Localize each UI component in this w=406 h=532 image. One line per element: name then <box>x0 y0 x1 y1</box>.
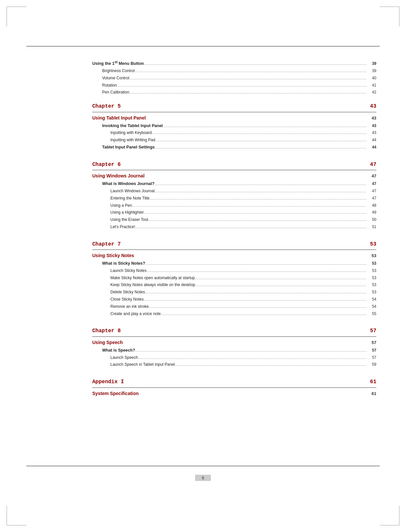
chapter-6-section: Chapter 6 47 Using Windows Journal 47 Wh… <box>92 154 376 230</box>
entry-dots <box>150 195 366 201</box>
entry-page: 53 <box>366 282 376 288</box>
section-title-num: 43 <box>372 115 376 122</box>
entry-dots <box>155 187 366 194</box>
chapter-5-num: 43 <box>370 102 376 111</box>
corner-mark-bottom-left <box>7 506 26 525</box>
chapter-6-section-title: Using Windows Journal 47 <box>92 171 376 180</box>
entry-dots <box>195 274 366 281</box>
appendix-i-header: Appendix I 61 <box>92 371 376 388</box>
entry-dots <box>144 296 366 303</box>
chapter-8-header: Chapter 8 57 <box>92 320 376 337</box>
entry-page: 39 <box>366 61 376 67</box>
entry-page: 55 <box>366 311 376 317</box>
chapter-8-section: Chapter 8 57 Using Speech 57 What is Spe… <box>92 320 376 368</box>
toc-entry: Pen Calibration 42 <box>92 89 376 96</box>
toc-entry: Using a Pen 48 <box>92 202 376 209</box>
corner-mark-top-left <box>7 7 26 26</box>
toc-entry: Remove an ink stroke 54 <box>92 303 376 310</box>
chapter-7-label: Chapter 7 <box>92 240 370 249</box>
entry-dots <box>135 67 366 74</box>
entry-text: Create and play a voice note <box>110 311 161 317</box>
appendix-i-label: Appendix I <box>92 378 370 386</box>
entry-text: What is Windows Journal? <box>102 180 155 187</box>
chapter-6-header: Chapter 6 47 <box>92 154 376 171</box>
toc-entry: Using the 1st Menu Button 39 <box>92 59 376 67</box>
toc-content: Using the 1st Menu Button 39 Brightness … <box>26 53 380 460</box>
chapter-7-section-title: Using Sticky Notes 53 <box>92 251 376 260</box>
top-entries: Using the 1st Menu Button 39 Brightness … <box>92 59 376 96</box>
entry-text: Using a Highlighter <box>110 209 144 216</box>
entry-dots <box>144 209 366 216</box>
toc-entry: What is Sticky Notes? 53 <box>92 260 376 267</box>
toc-entry: Volume Control 40 <box>92 74 376 82</box>
corner-mark-bottom-right <box>380 506 399 525</box>
page-number-container: 6 <box>0 475 406 481</box>
chapter-5-section: Chapter 5 43 Using Tablet Input Panel 43… <box>92 96 376 151</box>
section-title-num: 53 <box>372 253 376 259</box>
entry-dots <box>135 223 366 230</box>
entry-page: 39 <box>366 68 376 74</box>
header-rule <box>26 46 380 46</box>
toc-entry: Create and play a voice note 55 <box>92 310 376 317</box>
entry-page: 53 <box>366 289 376 296</box>
entry-text: Invoking the Tablet Input Panel <box>102 122 163 129</box>
toc-entry: Launch Speech 57 <box>92 354 376 361</box>
entry-dots <box>161 310 366 317</box>
entry-dots <box>144 60 366 67</box>
section-title-num: 57 <box>372 339 376 346</box>
section-title-num: 61 <box>372 390 376 397</box>
toc-entry: Launch Sticky Notes 53 <box>92 267 376 274</box>
toc-entry: Inputting with Writing Pad 44 <box>92 136 376 144</box>
entry-page: 54 <box>366 296 376 303</box>
section-title-label: Using Sticky Notes <box>92 252 372 259</box>
entry-page: 44 <box>366 137 376 144</box>
corner-mark-top-right <box>380 7 399 26</box>
chapter-7-header: Chapter 7 53 <box>92 234 376 250</box>
entry-page: 54 <box>366 304 376 310</box>
entry-text: Launch Speech <box>110 355 138 361</box>
entry-page: 49 <box>366 209 376 216</box>
entry-page: 43 <box>366 123 376 129</box>
toc-entry: Let's Practice! 51 <box>92 223 376 230</box>
entry-text: Brightness Control <box>102 68 135 74</box>
entry-text: Launch Speech in Tablet Input Panel <box>110 361 175 368</box>
entry-page: 47 <box>366 188 376 195</box>
entry-page: 48 <box>366 202 376 209</box>
entry-text: Remove an ink stroke <box>110 304 149 310</box>
entry-text: Inputting with Keyboard <box>110 130 152 136</box>
entry-text: Using the Eraser Tool <box>110 217 148 223</box>
toc-entry: Close Sticky Notes 54 <box>92 296 376 303</box>
page-number: 6 <box>195 475 211 481</box>
toc-entry: Entering the Note Title 47 <box>92 195 376 202</box>
entry-text: Keep Sticky Notes always visible on the … <box>110 282 195 288</box>
toc-entry: Invoking the Tablet Input Panel 43 <box>92 122 376 129</box>
entry-dots <box>145 288 366 295</box>
chapter-6-num: 47 <box>370 161 376 169</box>
entry-text: Make Sticky Notes open automatically at … <box>110 275 195 281</box>
entry-text: Inputting with Writing Pad <box>110 137 155 144</box>
toc-entry: Using a Highlighter 49 <box>92 209 376 216</box>
entry-text: What is Speech? <box>102 347 135 354</box>
entry-page: 47 <box>366 181 376 187</box>
entry-page: 42 <box>366 89 376 96</box>
entry-dots <box>129 74 366 81</box>
toc-entry: Brightness Control 39 <box>92 67 376 74</box>
entry-dots <box>148 216 366 223</box>
chapter-6-label: Chapter 6 <box>92 161 370 169</box>
chapter-7-section: Chapter 7 53 Using Sticky Notes 53 What … <box>92 234 376 317</box>
entry-page: 53 <box>366 275 376 281</box>
chapter-7-num: 53 <box>370 240 376 249</box>
entry-dots <box>138 354 366 361</box>
toc-entry: Delete Sticky Notes 53 <box>92 288 376 296</box>
entry-dots <box>132 202 366 209</box>
toc-entry: Rotation 41 <box>92 82 376 89</box>
section-title-label: Using Speech <box>92 339 372 346</box>
appendix-i-section: Appendix I 61 System Specification 61 <box>92 371 376 397</box>
toc-entry: Keep Sticky Notes always visible on the … <box>92 281 376 288</box>
entry-text: Let's Practice! <box>110 224 135 230</box>
chapter-8-section-title: Using Speech 57 <box>92 338 376 347</box>
footer-rule <box>26 466 380 466</box>
entry-text: Using the 1st Menu Button <box>92 59 144 67</box>
toc-entry: What is Windows Journal? 47 <box>92 180 376 187</box>
toc-entry: Launch Windows Journal 47 <box>92 187 376 195</box>
